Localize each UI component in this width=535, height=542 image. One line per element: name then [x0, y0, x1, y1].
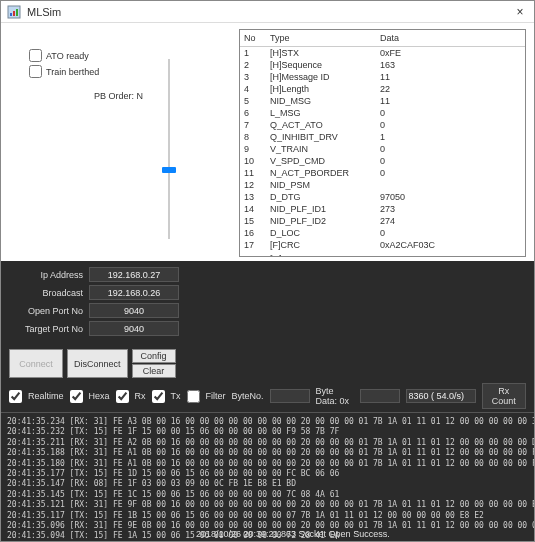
log-line: 20:41:35.121 [RX: 31] FE 9F 0B 00 16 00 …	[7, 500, 528, 510]
filter-checkbox[interactable]	[187, 390, 200, 403]
app-icon	[7, 5, 21, 19]
table-row[interactable]: 12NID_PSM	[240, 179, 525, 191]
log-line: 20:41:35.117 [TX: 15] FE 1B 15 00 06 15 …	[7, 511, 528, 521]
broadcast-label: Broadcast	[9, 288, 89, 298]
table-row[interactable]: 4[H]Length22	[240, 83, 525, 95]
close-icon[interactable]: ×	[512, 5, 528, 19]
ip-input[interactable]	[89, 267, 179, 282]
table-row[interactable]: 2[H]Sequence163	[240, 59, 525, 71]
train-berthed-checkbox[interactable]	[29, 65, 42, 78]
table-row[interactable]: 16D_LOC0	[240, 227, 525, 239]
col-no[interactable]: No	[240, 30, 266, 46]
clear-button[interactable]: Clear	[132, 364, 176, 378]
table-row[interactable]: 5NID_MSG11	[240, 95, 525, 107]
open-port-input[interactable]	[89, 303, 179, 318]
message-table: No Type Data 1[H]STX0xFE2[H]Sequence1633…	[239, 29, 526, 257]
table-row[interactable]: 9V_TRAIN0	[240, 143, 525, 155]
log-line: 20:41:35.145 [TX: 15] FE 1C 15 00 06 15 …	[7, 490, 528, 500]
col-type[interactable]: Type	[266, 30, 376, 46]
tx-label: Tx	[171, 391, 181, 401]
table-row[interactable]: 7Q_ACT_ATO0	[240, 119, 525, 131]
ato-ready-checkbox[interactable]	[29, 49, 42, 62]
table-row[interactable]: 19[H]STX	[240, 253, 525, 256]
connect-button[interactable]: Connect	[9, 349, 63, 378]
broadcast-input[interactable]	[89, 285, 179, 300]
table-row[interactable]: 15NID_PLF_ID2274	[240, 215, 525, 227]
rx-label: Rx	[135, 391, 146, 401]
ip-label: Ip Address	[9, 270, 89, 280]
config-button[interactable]: Config	[132, 349, 176, 363]
byteno-input[interactable]	[270, 389, 310, 403]
hexa-checkbox[interactable]	[70, 390, 83, 403]
log-view[interactable]: 20:41:35.234 [RX: 31] FE A3 0B 00 16 00 …	[1, 412, 534, 542]
target-port-input[interactable]	[89, 321, 179, 336]
log-line: 20:41:35.234 [RX: 31] FE A3 0B 00 16 00 …	[7, 417, 528, 427]
log-line: 20:41:35.211 [RX: 31] FE A2 0B 00 16 00 …	[7, 438, 528, 448]
log-line: 20:41:35.188 [RX: 31] FE A1 0B 00 16 00 …	[7, 448, 528, 458]
count-display	[406, 389, 476, 403]
bytedata-input[interactable]	[360, 389, 400, 403]
hexa-label: Hexa	[89, 391, 110, 401]
table-row[interactable]: 3[H]Message ID11	[240, 71, 525, 83]
table-row[interactable]: 11N_ACT_PBORDER0	[240, 167, 525, 179]
tx-checkbox[interactable]	[152, 390, 165, 403]
bytedata-label: Byte Data: 0x	[316, 386, 354, 406]
log-line: 20:41:35.177 [TX: 15] FE 1D 15 00 06 15 …	[7, 469, 528, 479]
realtime-checkbox[interactable]	[9, 390, 22, 403]
open-port-label: Open Port No	[9, 306, 89, 316]
pb-order-slider[interactable]	[159, 59, 179, 239]
svg-rect-3	[16, 9, 18, 16]
table-body[interactable]: 1[H]STX0xFE2[H]Sequence1633[H]Message ID…	[240, 47, 525, 256]
ato-ready-label: ATO ready	[46, 51, 89, 61]
window-title: MLSim	[27, 6, 512, 18]
realtime-label: Realtime	[28, 391, 64, 401]
col-data[interactable]: Data	[376, 30, 525, 46]
svg-rect-1	[10, 13, 12, 16]
status-text: 2018/10/26 20:39:21.863 Socket Open Succ…	[196, 529, 390, 539]
log-line: 20:41:35.232 [TX: 15] FE 1F 15 00 00 15 …	[7, 427, 528, 437]
slider-thumb[interactable]	[162, 167, 176, 173]
table-row[interactable]: 6L_MSG0	[240, 107, 525, 119]
byteno-label: ByteNo.	[232, 391, 264, 401]
table-row[interactable]: 8Q_INHIBIT_DRV1	[240, 131, 525, 143]
rxcount-button[interactable]: Rx Count	[482, 383, 526, 409]
table-row[interactable]: 10V_SPD_CMD0	[240, 155, 525, 167]
log-line: 20:41:35.147 [RX: 08] FE 1F 03 00 03 09 …	[7, 479, 528, 489]
svg-rect-2	[13, 11, 15, 16]
pb-order-label: PB Order: N	[94, 91, 143, 101]
disconnect-button[interactable]: DisConnect	[67, 349, 128, 378]
rx-checkbox[interactable]	[116, 390, 129, 403]
train-berthed-label: Train berthed	[46, 67, 99, 77]
target-port-label: Target Port No	[9, 324, 89, 334]
table-row[interactable]: 13D_DTG97050	[240, 191, 525, 203]
filter-label: Filter	[206, 391, 226, 401]
table-row[interactable]: 1[H]STX0xFE	[240, 47, 525, 59]
table-row[interactable]: 17[F]CRC0xA2CAF03C	[240, 239, 525, 251]
table-row[interactable]: 14NID_PLF_ID1273	[240, 203, 525, 215]
log-line: 20:41:35.180 [RX: 31] FE A1 0B 00 16 00 …	[7, 459, 528, 469]
